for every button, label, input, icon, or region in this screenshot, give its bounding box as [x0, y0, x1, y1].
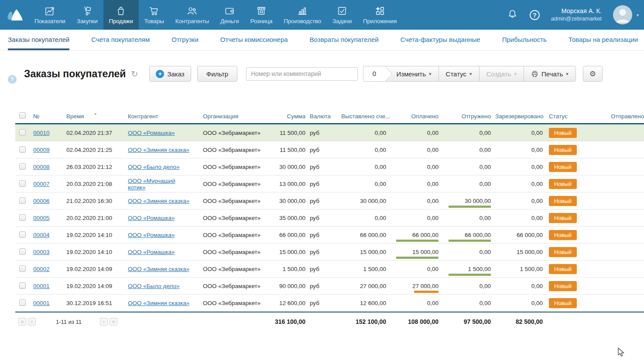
column-header-paid[interactable]: Оплачено	[391, 113, 443, 120]
order-number-link[interactable]: 00010	[33, 130, 50, 136]
user-menu-caret-icon[interactable]: ▾	[637, 13, 639, 17]
table-row[interactable]: 00006 21.02.2020 16:30 ООО «Зимняя сказк…	[15, 192, 644, 209]
select-all-checkbox[interactable]	[19, 112, 26, 119]
row-checkbox[interactable]	[19, 129, 26, 136]
tab-customer-returns[interactable]: Возвраты покупателей	[310, 30, 379, 50]
nav-item-purchases[interactable]: Закупки	[71, 0, 103, 30]
row-checkbox[interactable]	[19, 146, 26, 153]
column-header-sent[interactable]: Отправлено	[611, 113, 644, 120]
counterparty-link[interactable]: ООО «Было дело»	[128, 283, 180, 289]
order-number-link[interactable]: 00009	[33, 147, 50, 153]
nav-item-tasks[interactable]: Задачи	[327, 0, 357, 30]
pagination-first-button[interactable]: «	[18, 318, 26, 326]
nav-item-retail[interactable]: Розница	[244, 0, 278, 30]
table-row[interactable]: 00005 20.02.2020 21:00 ООО «Ромашка» ООО…	[15, 209, 644, 227]
order-number-link[interactable]: 00003	[33, 249, 50, 255]
print-button[interactable]: Печать▾	[524, 66, 576, 82]
nav-item-indicators[interactable]: Показатели	[29, 0, 71, 30]
filter-button[interactable]: Фильтр	[197, 66, 237, 82]
counterparty-link[interactable]: ООО «Зимняя сказка»	[128, 198, 189, 204]
row-checkbox[interactable]	[19, 299, 26, 306]
counterparty-link[interactable]: ООО «Было дело»	[128, 164, 180, 170]
status-badge[interactable]: Новый	[549, 213, 577, 223]
edit-button[interactable]: Изменить▾	[384, 66, 438, 82]
nav-item-sales[interactable]: Продажи	[103, 0, 139, 30]
counterparty-link[interactable]: ООО «Ромашка»	[128, 249, 175, 255]
notifications-bell-icon[interactable]	[507, 8, 518, 22]
order-number-link[interactable]: 00002	[33, 266, 50, 272]
status-badge[interactable]: Новый	[549, 196, 577, 206]
status-badge[interactable]: Новый	[549, 179, 577, 189]
table-row[interactable]: 00002 19.02.2020 14:09 ООО «Зимняя сказк…	[15, 261, 644, 278]
column-header-time[interactable]: Время▼	[61, 113, 118, 120]
row-checkbox[interactable]	[19, 265, 26, 272]
column-header-organization[interactable]: Организация	[194, 113, 266, 120]
pagination-last-button[interactable]: »	[110, 318, 117, 326]
order-number-link[interactable]: 00005	[33, 215, 50, 221]
table-row[interactable]: 00001 30.12.2019 16:51 ООО «Зимняя сказк…	[15, 295, 644, 312]
row-checkbox[interactable]	[19, 180, 26, 187]
search-input[interactable]	[246, 67, 358, 81]
counterparty-link[interactable]: ООО «Ромашка»	[128, 232, 175, 238]
column-header-currency[interactable]: Валюта	[310, 113, 336, 120]
order-number-link[interactable]: 00001	[33, 283, 50, 289]
help-icon[interactable]: ?	[530, 10, 540, 20]
status-badge[interactable]: Новый	[549, 281, 577, 291]
column-header-reserved[interactable]: Зарезервировано	[495, 113, 547, 120]
settings-gear-button[interactable]: ⚙	[583, 66, 603, 82]
page-help-bubble[interactable]: ?	[8, 75, 17, 84]
row-checkbox[interactable]	[19, 248, 26, 255]
create-button[interactable]: Создать▾	[479, 66, 524, 82]
column-header-shipped[interactable]: Отгружено	[443, 113, 495, 120]
column-header-invoiced[interactable]: Выставлено сче...	[336, 113, 391, 120]
order-number-link[interactable]: 00004	[33, 232, 50, 238]
row-checkbox[interactable]	[19, 282, 26, 289]
status-badge[interactable]: Новый	[549, 247, 577, 257]
status-badge[interactable]: Новый	[549, 298, 577, 308]
order-number-link[interactable]: 00001	[33, 300, 50, 306]
column-header-status[interactable]: Статус	[547, 113, 611, 120]
counterparty-link[interactable]: ООО «Зимняя сказка»	[128, 300, 189, 306]
nav-item-counterparties[interactable]: Контрагенты	[170, 0, 215, 30]
table-row[interactable]: 00007 20.03.2020 21:08 ООО «Мурчащий кот…	[15, 175, 644, 192]
nav-item-production[interactable]: Производство	[278, 0, 327, 30]
column-header-number[interactable]: №	[30, 113, 61, 120]
nav-item-apps[interactable]: Приложения	[357, 0, 402, 30]
nav-item-money[interactable]: Деньги	[215, 0, 244, 30]
table-row[interactable]: 00008 26.03.2020 21:12 ООО «Было дело» О…	[15, 158, 644, 175]
row-checkbox[interactable]	[19, 231, 26, 238]
order-number-link[interactable]: 00007	[33, 181, 50, 187]
status-badge[interactable]: Новый	[549, 230, 577, 240]
user-block[interactable]: Морская А. К. admin@zebramarket	[551, 7, 602, 22]
row-checkbox[interactable]	[19, 214, 26, 221]
counterparty-link[interactable]: ООО «Ромашка»	[128, 215, 175, 221]
tab-shipments[interactable]: Отгрузки	[171, 30, 199, 50]
nav-item-goods[interactable]: Товары	[139, 0, 170, 30]
tab-customer-invoices[interactable]: Счета покупателям	[91, 30, 150, 50]
table-row[interactable]: 00010 02.04.2020 21:37 ООО «Ромашка» ООО…	[15, 124, 644, 141]
tab-commission-reports[interactable]: Отчеты комиссионера	[220, 30, 288, 50]
status-badge[interactable]: Новый	[549, 162, 577, 172]
row-checkbox[interactable]	[19, 163, 26, 170]
table-row[interactable]: 00003 19.02.2020 14:10 ООО «Ромашка» ООО…	[15, 244, 644, 261]
user-avatar[interactable]	[613, 5, 632, 24]
column-header-sum[interactable]: Сумма	[266, 113, 310, 120]
order-number-link[interactable]: 00008	[33, 164, 50, 170]
status-badge[interactable]: Новый	[549, 264, 577, 274]
pagination-prev-button[interactable]: ‹	[28, 318, 36, 326]
order-number-link[interactable]: 00006	[33, 198, 50, 204]
table-row[interactable]: 00004 19.02.2020 14:10 ООО «Ромашка» ООО…	[15, 227, 644, 244]
counterparty-link[interactable]: ООО «Зимняя сказка»	[128, 266, 189, 272]
counterparty-link[interactable]: ООО «Ромашка»	[128, 130, 175, 136]
tab-profitability[interactable]: Прибыльность	[502, 30, 547, 50]
new-order-button[interactable]: + Заказ	[149, 66, 191, 82]
tab-consignment-goods[interactable]: Товары на реализации	[569, 30, 638, 50]
tab-customer-orders[interactable]: Заказы покупателей	[8, 30, 69, 50]
status-badge[interactable]: Новый	[549, 145, 577, 155]
counterparty-link[interactable]: ООО «Мурчащий котик»	[128, 178, 175, 191]
column-header-counterparty[interactable]: Контрагент	[118, 113, 194, 120]
status-button[interactable]: Статус▾	[438, 66, 480, 82]
counterparty-link[interactable]: ООО «Зимняя сказка»	[128, 147, 189, 153]
table-row[interactable]: 00001 19.02.2020 14:09 ООО «Было дело» О…	[15, 278, 644, 295]
table-row[interactable]: 00009 02.04.2020 21:25 ООО «Зимняя сказк…	[15, 141, 644, 158]
